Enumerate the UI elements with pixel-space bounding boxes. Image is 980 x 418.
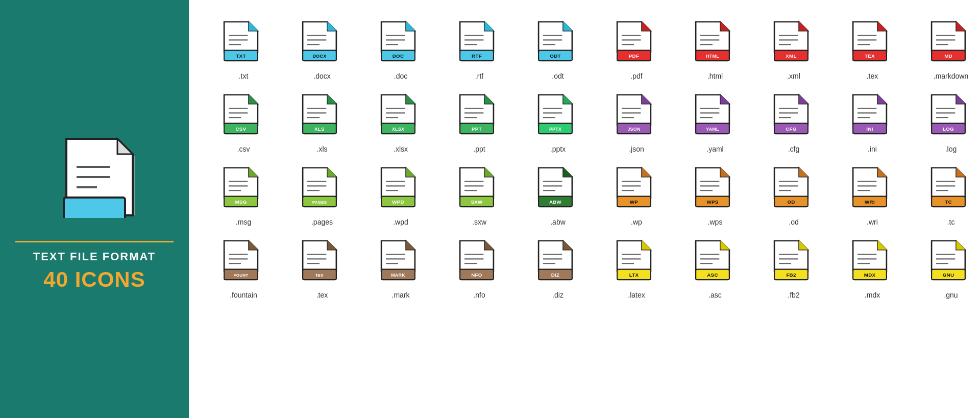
file-icon-item-abw: ABW .abw: [519, 161, 597, 230]
file-icon-tc: TC: [928, 165, 974, 214]
right-panel: TXT .txt DOCX .docx DOC .doc: [189, 0, 980, 418]
file-icon-xls: XLS: [299, 92, 345, 141]
svg-text:PPTX: PPTX: [549, 127, 561, 132]
file-icon-item-xls: XLS .xls: [283, 88, 361, 157]
svg-marker-177: [328, 168, 336, 177]
file-icon-wp: WP: [614, 165, 659, 214]
file-icon-item-log: LOG .log: [912, 88, 980, 157]
svg-marker-257: [328, 241, 336, 250]
svg-marker-281: [564, 241, 572, 250]
svg-marker-161: [957, 95, 965, 104]
file-icon-pdf: PDF: [614, 19, 659, 68]
file-label-ppt-1-3: .ppt: [473, 145, 485, 153]
file-icon-item-fb2: FB2 .fb2: [754, 234, 833, 303]
file-label-yaml-1-6: .yaml: [706, 145, 723, 153]
file-label-pptx-1-4: .pptx: [550, 145, 566, 153]
left-panel: TEXT FILE FORMAT 40 ICONS: [0, 0, 189, 418]
file-icon-od: OD: [771, 165, 817, 214]
file-icon-json: JSON: [614, 92, 659, 141]
svg-marker-97: [328, 95, 336, 104]
left-subtitle: 40 ICONS: [43, 267, 145, 292]
svg-text:YAML: YAML: [706, 127, 719, 132]
file-icon-wri: WRI: [849, 165, 895, 214]
svg-marker-145: [799, 95, 808, 104]
svg-text:ABW: ABW: [549, 199, 562, 205]
file-label-tex-0-8: .tex: [867, 72, 878, 80]
svg-text:MD: MD: [944, 53, 952, 59]
file-label-doc-0-2: .doc: [394, 72, 407, 80]
file-label-ini-1-8: .ini: [868, 145, 877, 153]
file-icon-item-pptx: PPTX .pptx: [519, 88, 597, 157]
svg-text:MDX: MDX: [864, 272, 876, 278]
svg-marker-65: [799, 22, 808, 31]
svg-marker-49: [642, 22, 651, 31]
svg-marker-25: [406, 22, 415, 31]
file-icon-mdx: MDX: [849, 238, 895, 287]
file-icon-item-mdx: MDX .mdx: [833, 234, 912, 303]
file-label-csv-1-0: .csv: [237, 145, 250, 153]
svg-text:WPD: WPD: [392, 199, 404, 205]
file-label-mark-3-2: .mark: [392, 291, 410, 299]
file-icon-tex: TEX: [849, 19, 895, 68]
file-icon-txt: TXT: [220, 19, 266, 68]
file-icon-log: LOG: [928, 92, 974, 141]
svg-text:OD: OD: [787, 199, 795, 205]
svg-text:MARK: MARK: [391, 273, 405, 278]
svg-text:LTX: LTX: [629, 272, 639, 278]
file-icon-wpd: WPD: [378, 165, 424, 214]
file-label-tc-2-9: .tc: [947, 218, 955, 226]
file-label-nfo-3-3: .nfo: [473, 291, 485, 299]
file-label-ltx-3-5: .latex: [628, 291, 645, 299]
file-icon-csv: CSV: [220, 92, 266, 141]
file-icon-fount: FOUNT: [220, 238, 266, 287]
svg-text:FOUNT: FOUNT: [234, 273, 249, 278]
svg-marker-241: [957, 168, 965, 177]
file-icon-wps: WPS: [692, 165, 738, 214]
file-icon-item-docx: DOCX .docx: [283, 15, 361, 84]
file-icon-item-odt: ODT .odt: [519, 15, 597, 84]
svg-text:TXT: TXT: [236, 53, 246, 59]
file-icon-item-wps: WPS .wps: [676, 161, 754, 230]
svg-marker-41: [564, 22, 572, 31]
svg-text:TC: TC: [945, 199, 952, 205]
file-label-diz-3-4: .diz: [552, 291, 564, 299]
file-icon-item-xml: XML .xml: [754, 15, 833, 84]
file-icon-msg: MSG: [220, 165, 266, 214]
icon-row-3: FOUNT .fountain tex .tex MARK .mark: [204, 234, 980, 303]
file-icon-xml: XML: [771, 19, 817, 68]
svg-marker-297: [721, 241, 729, 250]
svg-marker-9: [249, 22, 258, 31]
file-icon-item-msg: MSG .msg: [204, 161, 283, 230]
svg-marker-225: [799, 168, 808, 177]
file-label-cfg-1-7: .cfg: [788, 145, 800, 153]
svg-marker-233: [878, 168, 887, 177]
file-icon-mark: MARK: [378, 238, 424, 287]
file-icon-tex: tex: [299, 238, 345, 287]
file-label-odt-0-4: .odt: [552, 72, 564, 80]
file-label-wp-2-5: .wp: [631, 218, 642, 226]
file-label-gnu-3-9: .gnu: [944, 291, 958, 299]
svg-text:CSV: CSV: [236, 126, 247, 132]
svg-text:NFO: NFO: [471, 272, 482, 278]
file-icon-item-tex: TEX .tex: [833, 15, 912, 84]
file-icon-gnu: GNU: [928, 238, 974, 287]
file-icon-item-rtf: RTF .rtf: [440, 15, 519, 84]
file-label-xlsx-1-2: .xlsx: [394, 145, 408, 153]
svg-text:PAGES: PAGES: [312, 200, 327, 205]
svg-marker-193: [485, 168, 494, 177]
file-icon-rtf: RTF: [456, 19, 502, 68]
svg-marker-201: [564, 168, 572, 177]
file-icon-item-gnu: GNU .gnu: [912, 234, 980, 303]
file-icon-item-od: OD .od: [754, 161, 833, 230]
svg-marker-209: [642, 168, 651, 177]
file-label-mdx-3-8: .mdx: [865, 291, 880, 299]
svg-text:JSON: JSON: [627, 127, 640, 132]
svg-text:GNU: GNU: [943, 272, 954, 278]
svg-marker-121: [564, 95, 572, 104]
svg-text:ODT: ODT: [550, 53, 560, 59]
svg-text:XLS: XLS: [314, 126, 325, 132]
icon-row-1: CSV .csv XLS .xls XLSX .xlsx: [204, 88, 980, 157]
file-label-html-0-6: .html: [707, 72, 723, 80]
file-label-asc-3-6: .asc: [708, 291, 722, 299]
svg-text:WPS: WPS: [706, 199, 718, 205]
